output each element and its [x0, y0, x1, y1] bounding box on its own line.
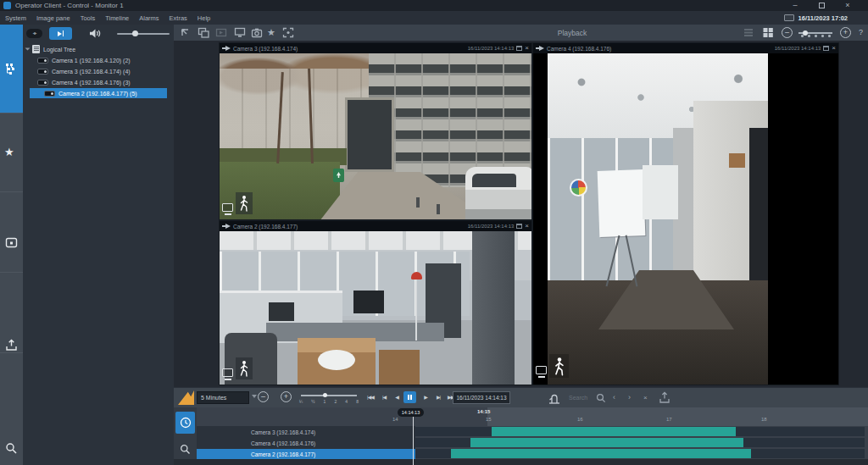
jump-to-start-button[interactable]: |◀◀: [364, 391, 376, 403]
speaker-icon[interactable]: [89, 28, 102, 39]
speed-slider[interactable]: [301, 395, 357, 396]
volume-slider[interactable]: [117, 33, 170, 35]
monitor-wall-icon[interactable]: [234, 27, 246, 38]
tree-item-camera-2-selected[interactable]: Camera 2 (192.168.4.177) (5): [30, 88, 167, 98]
pause-button[interactable]: [403, 391, 416, 403]
playhead-time-bubble[interactable]: 14:14:13: [398, 408, 424, 417]
speed-slider-knob[interactable]: [323, 393, 327, 397]
window-title: Operator Client - Control - Monitor 1: [15, 2, 124, 9]
chevron-down-icon[interactable]: [252, 395, 257, 398]
tile-camera-name: Camera 4 (192.168.4.176): [547, 46, 611, 52]
pane-slider-knob[interactable]: [803, 30, 808, 36]
restore-layout-icon[interactable]: [180, 27, 192, 38]
playback-mode-button[interactable]: [49, 27, 72, 40]
menu-alarms[interactable]: Alarms: [139, 14, 159, 22]
clear-selection-button[interactable]: ×: [643, 392, 648, 404]
current-playback-time-field[interactable]: 16/11/2023 14:14:13: [453, 391, 510, 404]
maximize-button[interactable]: [815, 0, 829, 11]
export-icon: [5, 339, 18, 352]
next-event-button[interactable]: ›: [628, 391, 631, 403]
scene-pole: [415, 280, 417, 340]
tree-item-camera-1[interactable]: Camera 1 (192.168.4.120) (2): [23, 55, 174, 65]
maximize-pane-icon[interactable]: [516, 46, 522, 51]
playback-arrow-icon: [225, 224, 231, 229]
timeline-row-camera-4[interactable]: Camera 4 (192.168.4.176): [197, 438, 415, 448]
app-logo-icon: [3, 2, 11, 9]
image-pane-camera-2[interactable]: Camera 2 (192.168.4.177) 16/11/2023 14:1…: [219, 220, 532, 385]
tree-item-camera-4[interactable]: Camera 4 (192.168.4.176) (3): [23, 77, 174, 87]
rail-tab-search[interactable]: [0, 353, 23, 465]
snapshot-camera-icon[interactable]: [251, 27, 263, 38]
timeline-search-button[interactable]: [177, 440, 193, 458]
scene-van-windshield: [472, 174, 516, 187]
slider-dot: [801, 35, 804, 37]
timeline-row-camera-2-selected[interactable]: Camera 2 (192.168.4.177): [197, 449, 415, 459]
image-panes-icon[interactable]: [198, 27, 209, 38]
image-pane-camera-3[interactable]: Camera 3 (192.168.4.174) 16/11/2023 14:1…: [219, 42, 532, 220]
menu-image-pane[interactable]: Image pane: [36, 14, 70, 22]
rows-icon-disabled: [743, 27, 754, 38]
rail-tab-favorites[interactable]: ★: [0, 113, 23, 192]
menu-system[interactable]: System: [5, 14, 26, 22]
close-pane-icon[interactable]: ×: [525, 224, 529, 229]
close-pane-icon[interactable]: ×: [525, 46, 529, 51]
rail-tab-logical-tree[interactable]: [0, 25, 23, 113]
forensic-search-icon[interactable]: [596, 393, 606, 403]
minimize-button[interactable]: –: [788, 0, 802, 11]
slider-dot: [821, 35, 824, 37]
previous-frame-button[interactable]: |◀: [378, 391, 390, 403]
bookmark-hand-icon[interactable]: [548, 392, 561, 404]
timeline-zoom-out-button[interactable]: –: [258, 391, 269, 402]
status-clock: 16/11/2023 17:02: [784, 12, 848, 24]
playhead-line[interactable]: [413, 417, 414, 465]
scene-bollard: [416, 197, 420, 208]
close-pane-icon[interactable]: ×: [832, 46, 836, 51]
timeline-ruler-past[interactable]: [197, 407, 487, 426]
timeline-tracks[interactable]: [415, 426, 868, 461]
playback-clock-button[interactable]: [175, 412, 195, 434]
motion-person-icon: [236, 357, 253, 379]
next-frame-button[interactable]: ▶|: [432, 391, 444, 403]
play-forward-button[interactable]: ▶: [420, 391, 431, 403]
timeline-ruler[interactable]: [487, 407, 868, 426]
grid-layout-icon[interactable]: [762, 27, 774, 38]
export-video-icon[interactable]: [659, 391, 670, 404]
volume-knob[interactable]: [132, 30, 138, 36]
previous-event-button[interactable]: ‹: [613, 391, 615, 403]
speed-scale: ¼ ½ 1 2 4 8: [299, 399, 359, 404]
menu-extras[interactable]: Extras: [170, 14, 187, 22]
tick-label: 17: [666, 417, 672, 422]
maximize-pane-icon[interactable]: [516, 224, 522, 229]
reference-image-icon[interactable]: [282, 27, 294, 38]
camera-icon: [37, 80, 48, 86]
menu-tools[interactable]: Tools: [81, 14, 96, 22]
favorite-star-icon[interactable]: ★: [267, 27, 279, 38]
rail-tab-export[interactable]: [0, 273, 23, 353]
tree-item-camera-3[interactable]: Camera 3 (192.168.4.174) (4): [23, 66, 174, 76]
timeline-row-camera-3[interactable]: Camera 3 (192.168.4.174): [197, 427, 415, 437]
fewer-panes-button[interactable]: –: [782, 27, 793, 38]
tile-header: Camera 3 (192.168.4.174) 16/11/2023 14:1…: [220, 43, 531, 53]
scene-monitor: [353, 291, 384, 313]
tile-timestamp: 16/11/2023 14:14:13: [468, 46, 515, 51]
help-button[interactable]: ?: [859, 28, 863, 36]
tree-root[interactable]: Logical Tree: [23, 44, 174, 54]
tick-label: 14: [392, 417, 398, 422]
menu-help[interactable]: Help: [198, 14, 210, 22]
pane-toggle-button[interactable]: ◂▸: [26, 29, 42, 38]
timeline-control-bar: 5 Minutes – + ¼ ½ 1 2 4 8 |◀◀ |◀ ◀ ▶ ▶| …: [174, 387, 868, 407]
rail-tab-bookmarks[interactable]: [0, 192, 23, 273]
image-pane-camera-4[interactable]: Camera 4 (192.168.4.176) 16/11/2023 14:1…: [532, 42, 839, 385]
timeline-zoom-in-button[interactable]: +: [281, 391, 292, 402]
track-label: Camera 4 (192.168.4.176): [251, 440, 315, 446]
maximize-pane-icon[interactable]: [823, 46, 829, 51]
menu-timeline[interactable]: Timeline: [105, 14, 129, 22]
major-time-label: 14:15: [477, 409, 490, 414]
expander-icon[interactable]: [25, 48, 31, 51]
more-panes-button[interactable]: +: [840, 27, 851, 38]
play-backward-button[interactable]: ◀: [391, 391, 403, 403]
close-button[interactable]: ×: [841, 0, 854, 11]
time-range-select[interactable]: 5 Minutes: [197, 391, 249, 404]
slider-dot: [808, 35, 810, 37]
camera-icon: [37, 58, 48, 64]
